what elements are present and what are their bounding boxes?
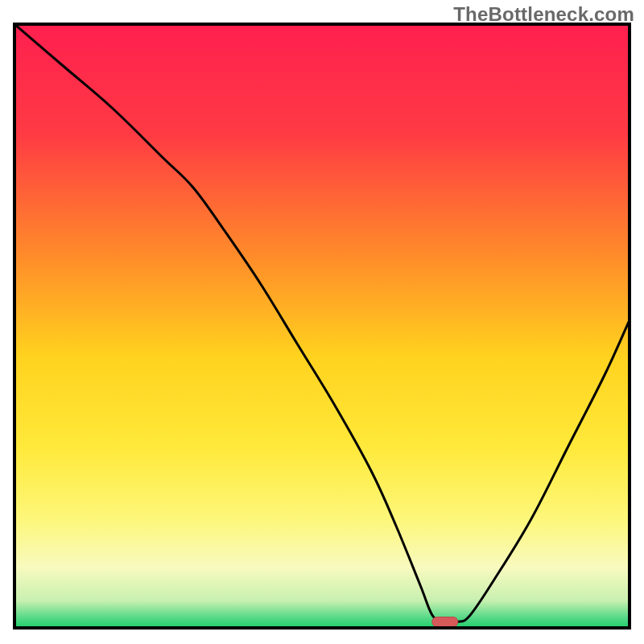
bottleneck-chart <box>0 0 644 644</box>
optimal-marker <box>432 617 458 627</box>
gradient-background <box>14 24 630 628</box>
